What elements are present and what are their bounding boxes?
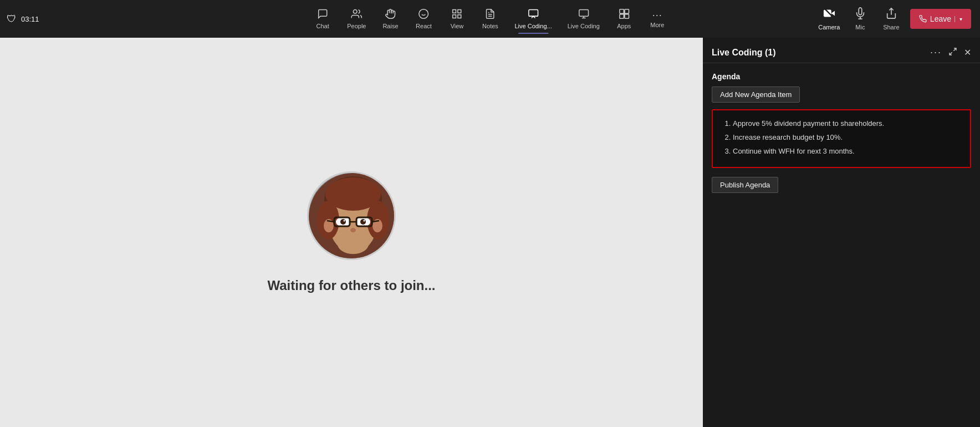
nav-people[interactable]: People [340, 4, 372, 34]
apps-icon [619, 8, 630, 21]
camera-button[interactable]: Camera [817, 7, 841, 30]
video-area: Waiting for others to join... [0, 38, 703, 427]
panel-more-button[interactable]: ··· [930, 47, 942, 58]
more-label: More [650, 22, 664, 28]
camera-off-icon [823, 7, 835, 22]
svg-point-46 [350, 228, 356, 232]
nav-more[interactable]: ··· More [642, 6, 673, 33]
raise-icon [385, 8, 396, 21]
chat-icon [317, 8, 328, 21]
publish-agenda-button[interactable]: Publish Agenda [712, 177, 778, 193]
nav-live-coding-2[interactable]: Live Coding [561, 4, 606, 34]
raise-label: Raise [382, 23, 398, 29]
mic-button[interactable]: Mic [848, 7, 872, 30]
nav-apps[interactable]: Apps [609, 4, 640, 34]
nav-view[interactable]: View [441, 4, 472, 34]
avatar [307, 171, 396, 260]
svg-point-45 [364, 220, 365, 222]
timer: 03:11 [21, 15, 39, 23]
svg-rect-17 [619, 9, 624, 14]
panel-expand-button[interactable] [948, 47, 957, 58]
panel-actions: ··· ✕ [930, 47, 971, 58]
topbar-left: 🛡 03:11 [7, 13, 39, 25]
panel-close-button[interactable]: ✕ [964, 47, 971, 58]
nav-notes[interactable]: Notes [474, 4, 506, 34]
svg-point-0 [353, 10, 357, 14]
topbar-right: Camera Mic Share Leave [817, 7, 971, 30]
svg-point-1 [419, 9, 428, 19]
live-coding-active-icon [528, 8, 539, 21]
agenda-item-3: Continue with WFH for next 3 months. [733, 146, 961, 157]
people-icon [351, 8, 362, 21]
svg-point-47 [338, 234, 369, 254]
svg-point-44 [344, 220, 345, 222]
svg-rect-5 [458, 10, 461, 13]
svg-rect-19 [619, 14, 624, 19]
mic-icon [854, 7, 866, 22]
svg-rect-4 [453, 10, 456, 13]
live-coding-2-icon [578, 8, 589, 21]
agenda-label: Agenda [712, 72, 971, 81]
agenda-list-box: Approve 5% dividend payment to sharehold… [712, 109, 971, 168]
svg-rect-20 [625, 14, 629, 19]
mic-label: Mic [855, 24, 865, 30]
notes-label: Notes [482, 23, 498, 29]
leave-chevron[interactable]: ▾ [955, 16, 962, 22]
share-label: Share [883, 24, 899, 30]
svg-rect-12 [579, 10, 588, 17]
panel-header: Live Coding (1) ··· ✕ [703, 38, 980, 63]
agenda-item-2: Increase research budget by 10%. [733, 132, 961, 144]
topbar-center: Chat People Raise [307, 4, 673, 34]
live-coding-2-label: Live Coding [568, 23, 600, 29]
share-icon [885, 7, 897, 22]
panel-title: Live Coding (1) [712, 48, 776, 58]
more-icon: ··· [652, 10, 662, 20]
topbar: 🛡 03:11 Chat People [0, 0, 980, 38]
svg-rect-7 [453, 15, 456, 18]
chat-label: Chat [317, 23, 329, 29]
leave-button[interactable]: Leave ▾ [910, 9, 971, 29]
svg-rect-6 [458, 15, 461, 18]
svg-rect-10 [529, 10, 538, 17]
right-panel: Live Coding (1) ··· ✕ Agenda Add New Age… [703, 38, 980, 427]
notes-icon [484, 8, 496, 21]
nav-live-coding-active[interactable]: Live Coding... [508, 4, 558, 34]
view-icon [451, 8, 462, 21]
react-icon [418, 8, 429, 21]
panel-body: Agenda Add New Agenda Item Approve 5% di… [703, 63, 980, 427]
people-label: People [347, 23, 366, 29]
share-button[interactable]: Share [879, 7, 904, 30]
apps-label: Apps [617, 23, 631, 29]
agenda-list: Approve 5% dividend payment to sharehold… [722, 118, 961, 157]
react-label: React [416, 23, 432, 29]
live-coding-active-label: Live Coding... [514, 23, 552, 29]
shield-icon: 🛡 [7, 13, 17, 25]
phone-icon [919, 15, 927, 23]
leave-label: Leave [930, 14, 951, 23]
camera-label: Camera [818, 24, 840, 30]
main-content: Waiting for others to join... Live Codin… [0, 38, 980, 427]
svg-point-42 [340, 219, 346, 225]
svg-point-43 [360, 219, 366, 225]
nav-raise[interactable]: Raise [375, 4, 406, 34]
nav-chat[interactable]: Chat [307, 4, 338, 34]
avatar-svg [309, 173, 396, 260]
nav-react[interactable]: React [408, 4, 439, 34]
waiting-text: Waiting for others to join... [267, 278, 435, 293]
view-label: View [451, 23, 464, 29]
agenda-item-1: Approve 5% dividend payment to sharehold… [733, 118, 961, 130]
svg-rect-18 [625, 9, 629, 14]
add-agenda-item-button[interactable]: Add New Agenda Item [712, 87, 800, 103]
